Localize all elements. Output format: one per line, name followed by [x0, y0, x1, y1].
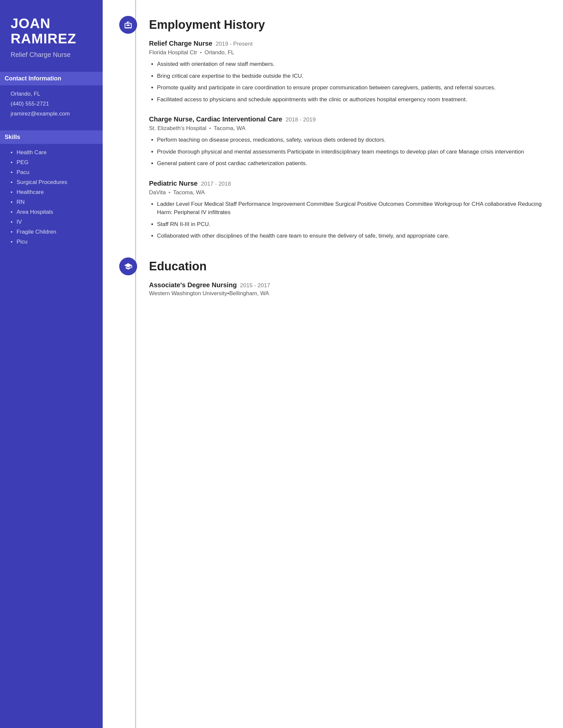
job-dates: 2018 - 2019 [286, 116, 316, 123]
job-company: Florida Hospital Ctr•Orlando, FL [149, 49, 543, 56]
employment-section-title: Employment History [149, 16, 543, 32]
skill-item: Surgical Procedures [11, 179, 92, 186]
job-title: Relief Charge Nurse [149, 40, 212, 47]
job-bullet: Collaborated with other disciplines of t… [157, 232, 543, 240]
skills-list: Health CarePEGPacuSurgical ProceduresHea… [11, 149, 92, 245]
employment-icon [119, 16, 137, 34]
skill-item: Health Care [11, 149, 92, 156]
job-title: Pediatric Nurse [149, 180, 198, 187]
edu-school: Western Washington University•Bellingham… [149, 290, 543, 297]
job-bullet: Facilitated access to physicians and sch… [157, 95, 543, 104]
job-bullet: Promote quality and participate in care … [157, 83, 543, 92]
job-entry: Charge Nurse, Cardiac Interventional Car… [149, 115, 543, 168]
skill-item: Pacu [11, 169, 92, 176]
candidate-title: Relief Charge Nurse [11, 51, 92, 59]
job-bullet: Provide thorough physical and mental ass… [157, 148, 543, 156]
job-bullets: Perform teaching on disease process, med… [149, 136, 543, 168]
job-header: Pediatric Nurse2017 - 2018 [149, 180, 543, 187]
job-header: Relief Charge Nurse2019 - Present [149, 40, 543, 47]
job-company: St. Elizabeth's Hospital•Tacoma, WA [149, 125, 543, 132]
contact-info: Orlando, FL (440) 555-2721 jramirez@exam… [11, 91, 92, 117]
skills-section-header: Skills [0, 130, 103, 144]
contact-email: jramirez@example.com [11, 111, 92, 117]
skill-item: IV [11, 219, 92, 225]
job-title: Charge Nurse, Cardiac Interventional Car… [149, 115, 282, 123]
edu-degree: Associate's Degree Nursing [149, 281, 237, 289]
employment-section: Employment History Relief Charge Nurse20… [122, 16, 543, 240]
job-company: DaVita•Tacoma, WA [149, 189, 543, 196]
job-dates: 2019 - Present [215, 41, 253, 47]
job-bullet: Bring critical care expertise to the bed… [157, 72, 543, 80]
skill-item: Picu [11, 239, 92, 245]
job-header: Charge Nurse, Cardiac Interventional Car… [149, 115, 543, 123]
contact-location: Orlando, FL [11, 91, 92, 97]
job-bullet: Ladder Level Four Medical Staff Performa… [157, 200, 543, 217]
job-bullet: General patient care of post cardiac cat… [157, 159, 543, 168]
job-bullets: Assisted with orientation of new staff m… [149, 60, 543, 104]
job-dates: 2017 - 2018 [201, 181, 231, 187]
job-bullets: Ladder Level Four Medical Staff Performa… [149, 200, 543, 240]
contact-phone: (440) 555-2721 [11, 101, 92, 107]
skill-item: Healthcare [11, 189, 92, 196]
contact-section-header: Contact Information [0, 72, 103, 85]
skill-item: PEG [11, 159, 92, 166]
job-bullet: Staff RN II-III in PCU. [157, 220, 543, 229]
job-entry: Pediatric Nurse2017 - 2018DaVita•Tacoma,… [149, 180, 543, 240]
skill-item: Area Hospitals [11, 209, 92, 215]
candidate-name: JOAN RAMIREZ [11, 16, 92, 46]
education-container: Associate's Degree Nursing2015 - 2017Wes… [149, 281, 543, 297]
main-content: Employment History Relief Charge Nurse20… [103, 0, 563, 728]
job-entry: Relief Charge Nurse2019 - PresentFlorida… [149, 40, 543, 104]
education-icon [119, 257, 137, 275]
job-bullet: Perform teaching on disease process, med… [157, 136, 543, 144]
sidebar: JOAN RAMIREZ Relief Charge Nurse Contact… [0, 0, 103, 728]
skill-item: RN [11, 199, 92, 205]
skill-item: Fragile Children [11, 229, 92, 235]
job-bullet: Assisted with orientation of new staff m… [157, 60, 543, 68]
education-section-title: Education [149, 257, 543, 273]
jobs-container: Relief Charge Nurse2019 - PresentFlorida… [149, 40, 543, 240]
education-section: Education Associate's Degree Nursing2015… [122, 257, 543, 297]
skills-section: Health CarePEGPacuSurgical ProceduresHea… [11, 149, 92, 245]
edu-dates: 2015 - 2017 [240, 282, 270, 289]
education-entry: Associate's Degree Nursing2015 - 2017Wes… [149, 281, 543, 297]
graduation-icon [124, 262, 132, 271]
briefcase-icon [124, 21, 132, 29]
